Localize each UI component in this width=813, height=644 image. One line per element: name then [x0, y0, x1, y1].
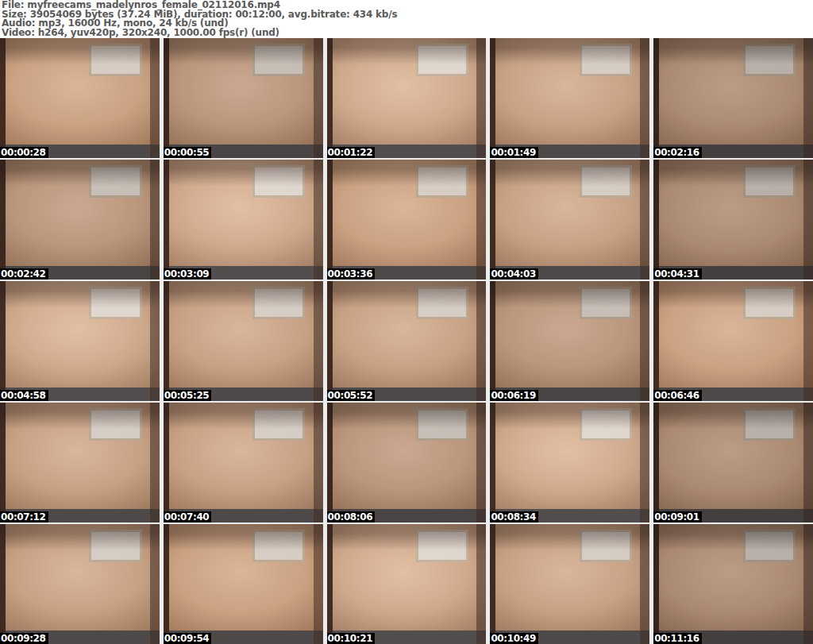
thumbnail-cell: 00:10:49 — [490, 524, 649, 644]
thumbnail-image-placeholder — [164, 38, 323, 158]
thumbnail-image-placeholder — [653, 281, 813, 401]
thumbnail-cell: 00:02:42 — [0, 160, 160, 280]
thumbnail-image-placeholder — [0, 281, 160, 401]
thumbnail-cell: 00:09:28 — [0, 524, 160, 644]
thumbnail-cell: 00:08:34 — [490, 403, 649, 523]
thumbnail-cell: 00:01:22 — [327, 38, 487, 158]
thumbnail-cell: 00:03:36 — [327, 160, 487, 280]
thumbnail-cell: 00:04:31 — [653, 160, 813, 280]
timestamp-overlay: 00:02:42 — [0, 268, 48, 280]
thumbnail-cell: 00:00:55 — [164, 38, 323, 158]
thumbnail-image-placeholder — [327, 38, 487, 158]
thumbnail-cell: 00:03:09 — [164, 160, 323, 280]
thumbnail-image-placeholder — [653, 403, 813, 523]
timestamp-overlay: 00:03:36 — [327, 268, 376, 280]
timestamp-overlay: 00:04:03 — [490, 268, 538, 280]
thumbnail-image-placeholder — [653, 38, 813, 158]
thumbnail-cell: 00:04:58 — [0, 281, 160, 401]
thumbnail-cell: 00:04:03 — [490, 160, 649, 280]
timestamp-overlay: 00:01:22 — [327, 147, 376, 158]
video-info-line: Video: h264, yuv420p, 320x240, 1000.00 f… — [2, 29, 813, 38]
timestamp-overlay: 00:10:21 — [327, 633, 376, 644]
timestamp-overlay: 00:00:28 — [0, 147, 48, 158]
timestamp-overlay: 00:10:49 — [490, 633, 538, 644]
timestamp-overlay: 00:08:06 — [327, 511, 376, 523]
thumbnail-image-placeholder — [164, 160, 323, 280]
thumbnail-image-placeholder — [164, 403, 323, 523]
timestamp-overlay: 00:09:28 — [0, 633, 48, 644]
timestamp-overlay: 00:01:49 — [490, 147, 538, 158]
timestamp-overlay: 00:00:55 — [164, 147, 212, 158]
thumbnail-image-placeholder — [327, 524, 487, 644]
thumbnail-image-placeholder — [490, 38, 649, 158]
thumbnail-image-placeholder — [490, 524, 649, 644]
timestamp-overlay: 00:03:09 — [164, 268, 212, 280]
thumbnail-image-placeholder — [0, 160, 160, 280]
thumbnail-image-placeholder — [327, 160, 487, 280]
thumbnail-cell: 00:10:21 — [327, 524, 487, 644]
thumbnail-cell: 00:01:49 — [490, 38, 649, 158]
thumbnail-grid: 00:00:28 00:00:55 00:01:22 00:01:49 00:0… — [0, 38, 813, 644]
file-info-header: File: myfreecams_madelynros_female_02112… — [0, 0, 813, 38]
thumbnail-image-placeholder — [327, 403, 487, 523]
thumbnail-image-placeholder — [164, 281, 323, 401]
thumbnail-cell: 00:00:28 — [0, 38, 160, 158]
timestamp-overlay: 00:04:31 — [653, 268, 702, 280]
timestamp-overlay: 00:05:25 — [164, 390, 212, 401]
timestamp-overlay: 00:07:40 — [164, 511, 212, 523]
thumbnail-cell: 00:11:16 — [653, 524, 813, 644]
thumbnail-image-placeholder — [653, 160, 813, 280]
thumbnail-cell: 00:06:46 — [653, 281, 813, 401]
thumbnail-cell: 00:09:54 — [164, 524, 323, 644]
timestamp-overlay: 00:09:01 — [653, 511, 702, 523]
timestamp-overlay: 00:08:34 — [490, 511, 538, 523]
thumbnail-cell: 00:06:19 — [490, 281, 649, 401]
timestamp-overlay: 00:07:12 — [0, 511, 48, 523]
timestamp-overlay: 00:06:19 — [490, 390, 538, 401]
contact-sheet: File: myfreecams_madelynros_female_02112… — [0, 0, 813, 644]
timestamp-overlay: 00:02:16 — [653, 147, 702, 158]
thumbnail-cell: 00:08:06 — [327, 403, 487, 523]
thumbnail-image-placeholder — [0, 524, 160, 644]
thumbnail-image-placeholder — [0, 403, 160, 523]
timestamp-overlay: 00:09:54 — [164, 633, 212, 644]
thumbnail-cell: 00:05:25 — [164, 281, 323, 401]
thumbnail-image-placeholder — [164, 524, 323, 644]
thumbnail-cell: 00:05:52 — [327, 281, 487, 401]
thumbnail-cell: 00:09:01 — [653, 403, 813, 523]
thumbnail-image-placeholder — [490, 403, 649, 523]
thumbnail-image-placeholder — [653, 524, 813, 644]
timestamp-overlay: 00:04:58 — [0, 390, 48, 401]
thumbnail-image-placeholder — [490, 160, 649, 280]
thumbnail-image-placeholder — [490, 281, 649, 401]
thumbnail-cell: 00:02:16 — [653, 38, 813, 158]
thumbnail-image-placeholder — [327, 281, 487, 401]
timestamp-overlay: 00:06:46 — [653, 390, 702, 401]
thumbnail-image-placeholder — [0, 38, 160, 158]
timestamp-overlay: 00:05:52 — [327, 390, 376, 401]
thumbnail-cell: 00:07:12 — [0, 403, 160, 523]
timestamp-overlay: 00:11:16 — [653, 633, 702, 644]
thumbnail-cell: 00:07:40 — [164, 403, 323, 523]
